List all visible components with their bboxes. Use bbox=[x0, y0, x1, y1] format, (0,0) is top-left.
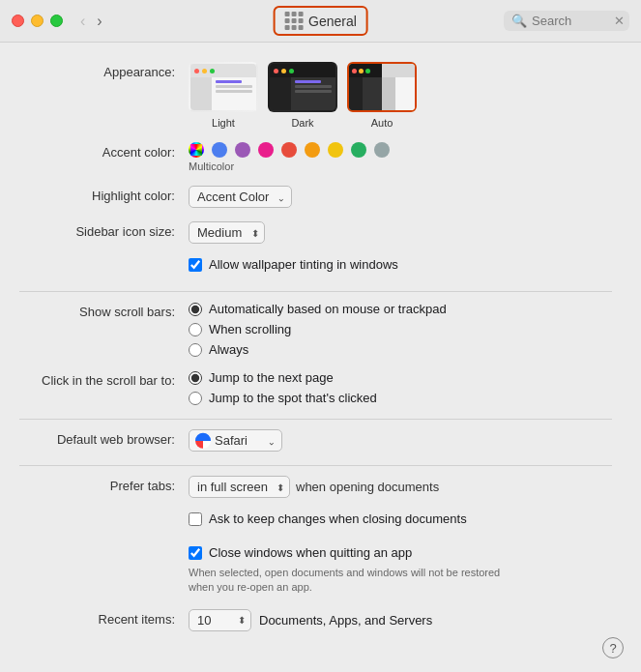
settings-content: Appearance: bbox=[0, 43, 641, 672]
search-input[interactable] bbox=[532, 14, 609, 28]
accent-red[interactable] bbox=[281, 142, 297, 158]
click-next-row: Jump to the next page bbox=[189, 370, 612, 385]
window-title-area: General bbox=[273, 6, 368, 36]
accent-purple[interactable] bbox=[235, 142, 250, 158]
scroll-auto-row: Automatically based on mouse or trackpad bbox=[189, 302, 612, 316]
appearance-auto[interactable]: Auto bbox=[347, 62, 417, 129]
prefer-tabs-row: Prefer tabs: always in full screen manua… bbox=[19, 476, 612, 498]
close-windows-checkbox[interactable] bbox=[189, 546, 202, 560]
close-windows-spacer bbox=[19, 545, 189, 548]
recent-items-row: Recent items: None 5 10 15 20 30 50 Docu… bbox=[19, 609, 612, 631]
search-area: 🔍 ✕ bbox=[504, 11, 629, 31]
appearance-auto-label: Auto bbox=[371, 117, 393, 129]
divider-1 bbox=[19, 291, 612, 292]
close-button[interactable] bbox=[12, 15, 24, 27]
appearance-row: Appearance: bbox=[19, 62, 612, 129]
scroll-bars-label: Show scroll bars: bbox=[19, 302, 189, 319]
highlight-color-label: Highlight color: bbox=[19, 186, 189, 203]
click-spot-row: Jump to the spot that's clicked bbox=[189, 391, 612, 405]
accent-color-label: Accent color: bbox=[19, 142, 189, 160]
grid-icon bbox=[284, 12, 303, 30]
appearance-light[interactable]: Light bbox=[189, 62, 258, 129]
click-spot-radio[interactable] bbox=[189, 392, 202, 405]
titlebar: ‹ › General 🔍 ✕ bbox=[0, 0, 641, 43]
multicolor-label: Multicolor bbox=[189, 161, 612, 172]
accent-gray[interactable] bbox=[374, 142, 390, 158]
close-windows-row: Close windows when quitting an app When … bbox=[19, 545, 612, 596]
browser-label: Default web browser: bbox=[19, 429, 189, 447]
scroll-auto-label: Automatically based on mouse or trackpad bbox=[209, 302, 447, 316]
scroll-always-row: Always bbox=[189, 342, 612, 357]
scroll-when-radio[interactable] bbox=[189, 323, 202, 336]
highlight-color-control: Accent Color Blue Purple Pink Red Orange… bbox=[189, 186, 612, 208]
sidebar-icon-size-row: Sidebar icon size: Small Medium Large bbox=[19, 221, 612, 244]
click-scroll-control: Jump to the next page Jump to the spot t… bbox=[189, 370, 612, 405]
prefer-tabs-label-after: when opening documents bbox=[296, 480, 439, 494]
window-title: General bbox=[308, 14, 357, 29]
appearance-dark-label: Dark bbox=[291, 117, 313, 129]
recent-items-select[interactable]: None 5 10 15 20 30 50 bbox=[189, 609, 251, 631]
back-button[interactable]: ‹ bbox=[76, 12, 89, 31]
ask-changes-checkbox[interactable] bbox=[189, 512, 202, 526]
click-next-radio[interactable] bbox=[189, 371, 202, 385]
search-icon: 🔍 bbox=[511, 14, 527, 28]
recent-items-label-after: Documents, Apps, and Servers bbox=[259, 613, 432, 628]
click-scroll-label: Click in the scroll bar to: bbox=[19, 370, 189, 388]
close-windows-control: Close windows when quitting an app When … bbox=[189, 545, 612, 596]
accent-color-control: Multicolor bbox=[189, 142, 612, 172]
maximize-button[interactable] bbox=[50, 15, 63, 27]
appearance-thumb-dark bbox=[268, 62, 337, 112]
wallpaper-tinting-control: Allow wallpaper tinting in windows bbox=[189, 257, 612, 278]
ask-changes-label: Ask to keep changes when closing documen… bbox=[209, 511, 467, 526]
appearance-thumb-light bbox=[189, 62, 258, 112]
nav-arrows: ‹ › bbox=[76, 12, 106, 31]
browser-select[interactable]: Safari Chrome Firefox bbox=[189, 429, 282, 452]
scroll-when-row: When scrolling bbox=[189, 322, 612, 336]
search-clear-icon[interactable]: ✕ bbox=[614, 14, 625, 28]
prefer-tabs-label: Prefer tabs: bbox=[19, 476, 189, 493]
scroll-auto-radio[interactable] bbox=[189, 303, 202, 316]
divider-3 bbox=[19, 465, 612, 466]
help-button[interactable]: ? bbox=[602, 637, 624, 658]
traffic-lights bbox=[12, 15, 63, 27]
scroll-bars-row: Show scroll bars: Automatically based on… bbox=[19, 302, 612, 357]
wallpaper-tinting-checkbox[interactable] bbox=[189, 258, 202, 272]
accent-green[interactable] bbox=[351, 142, 366, 158]
forward-button[interactable]: › bbox=[93, 12, 105, 31]
scroll-always-radio[interactable] bbox=[189, 343, 202, 357]
wallpaper-tinting-row: Allow wallpaper tinting in windows bbox=[19, 257, 612, 278]
wallpaper-tinting-spacer bbox=[19, 257, 189, 260]
close-windows-note: When selected, open documents and window… bbox=[189, 566, 508, 596]
scroll-when-label: When scrolling bbox=[209, 322, 291, 336]
scroll-always-label: Always bbox=[209, 342, 248, 357]
appearance-light-label: Light bbox=[212, 117, 235, 129]
accent-orange[interactable] bbox=[305, 142, 320, 158]
close-windows-label: Close windows when quitting an app bbox=[209, 545, 412, 560]
accent-multicolor[interactable] bbox=[189, 142, 204, 158]
highlight-color-select[interactable]: Accent Color Blue Purple Pink Red Orange… bbox=[189, 186, 292, 208]
wallpaper-tinting-label: Allow wallpaper tinting in windows bbox=[209, 257, 398, 272]
click-scroll-row: Click in the scroll bar to: Jump to the … bbox=[19, 370, 612, 405]
accent-color-row: Accent color: Multicolor bbox=[19, 142, 612, 172]
accent-yellow[interactable] bbox=[328, 142, 343, 158]
prefer-tabs-select[interactable]: always in full screen manually bbox=[189, 476, 290, 498]
click-spot-label: Jump to the spot that's clicked bbox=[209, 391, 377, 405]
prefer-tabs-control: always in full screen manually when open… bbox=[189, 476, 612, 498]
minimize-button[interactable] bbox=[31, 15, 44, 27]
browser-row: Default web browser: Safari Chrome Firef… bbox=[19, 429, 612, 452]
appearance-dark[interactable]: Dark bbox=[268, 62, 337, 129]
accent-pink[interactable] bbox=[258, 142, 274, 158]
ask-changes-spacer bbox=[19, 511, 189, 514]
scroll-bars-control: Automatically based on mouse or trackpad… bbox=[189, 302, 612, 357]
browser-control: Safari Chrome Firefox bbox=[189, 429, 612, 452]
highlight-color-row: Highlight color: Accent Color Blue Purpl… bbox=[19, 186, 612, 208]
click-next-label: Jump to the next page bbox=[209, 370, 334, 385]
divider-2 bbox=[19, 419, 612, 420]
recent-items-label: Recent items: bbox=[19, 609, 189, 627]
appearance-thumb-auto bbox=[347, 62, 417, 112]
ask-changes-control: Ask to keep changes when closing documen… bbox=[189, 511, 612, 532]
sidebar-icon-size-select[interactable]: Small Medium Large bbox=[189, 221, 265, 244]
sidebar-icon-size-control: Small Medium Large bbox=[189, 221, 612, 244]
accent-blue[interactable] bbox=[212, 142, 227, 158]
sidebar-icon-size-label: Sidebar icon size: bbox=[19, 221, 189, 239]
